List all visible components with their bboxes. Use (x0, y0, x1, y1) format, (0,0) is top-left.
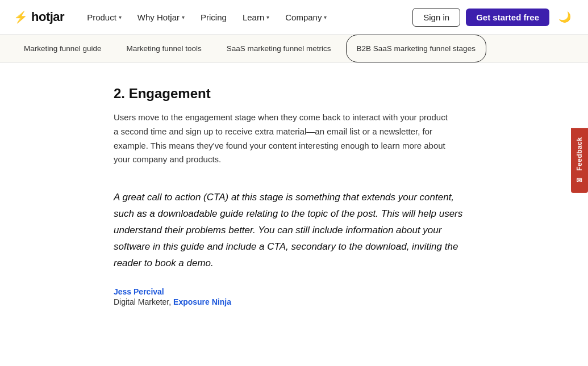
nav-link-product[interactable]: Product ▾ (80, 9, 128, 26)
nav-link-learn[interactable]: Learn ▾ (236, 9, 276, 26)
feedback-tab[interactable]: ✉ Feedback (571, 128, 588, 193)
subnav-link-guide[interactable]: Marketing funnel guide (11, 35, 114, 62)
quote-block: A great call to action (CTA) at this sta… (114, 190, 466, 271)
author-title: Digital Marketer, Exposure Ninja (114, 297, 231, 306)
feedback-label: Feedback (576, 137, 583, 171)
logo-text: hotjar (31, 10, 64, 24)
author-name-link[interactable]: Jess Percival (114, 287, 466, 296)
nav-link-why-hotjar[interactable]: Why Hotjar ▾ (131, 9, 191, 26)
main-content: 2. Engagement Users move to the engageme… (0, 63, 511, 329)
nav-links: Product ▾ Why Hotjar ▾ Pricing Learn ▾ C… (80, 9, 412, 26)
chevron-down-icon: ▾ (324, 14, 327, 20)
main-nav: ⚡ hotjar Product ▾ Why Hotjar ▾ Pricing … (0, 0, 588, 35)
chevron-down-icon: ▾ (266, 14, 269, 20)
subnav-link-metrics[interactable]: SaaS marketing funnel metrics (214, 35, 344, 62)
feedback-icon: ✉ (576, 175, 583, 184)
subnav-link-b2b-stages[interactable]: B2B SaaS marketing funnel stages (346, 35, 486, 62)
chevron-down-icon: ▾ (119, 14, 122, 20)
author-company-link[interactable]: Exposure Ninja (173, 297, 231, 306)
get-started-button[interactable]: Get started free (466, 9, 549, 26)
signin-button[interactable]: Sign in (412, 8, 460, 27)
chevron-down-icon: ▾ (182, 14, 185, 20)
moon-icon: 🌙 (558, 11, 571, 23)
nav-link-pricing[interactable]: Pricing (194, 9, 233, 26)
section-body: Users move to the engagement stage when … (114, 111, 454, 167)
logo[interactable]: ⚡ hotjar (14, 10, 64, 24)
subnav-link-tools[interactable]: Marketing funnel tools (114, 35, 214, 62)
section-title: 2. Engagement (114, 86, 466, 102)
logo-icon: ⚡ (14, 10, 28, 24)
dark-mode-toggle[interactable]: 🌙 (555, 7, 574, 27)
nav-link-company[interactable]: Company ▾ (278, 9, 333, 26)
attribution: Jess Percival Digital Marketer, Exposure… (114, 287, 466, 306)
nav-actions: Sign in Get started free 🌙 (412, 7, 574, 27)
sub-nav: Marketing funnel guide Marketing funnel … (0, 35, 588, 63)
